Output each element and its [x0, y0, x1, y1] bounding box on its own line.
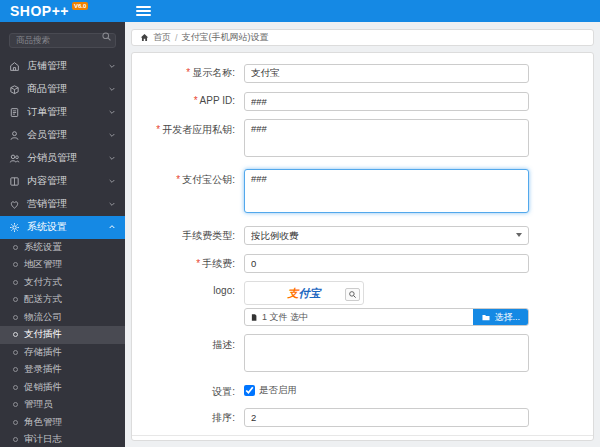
alipay-logo: 支付宝: [288, 286, 321, 301]
sidebar-item-marketing[interactable]: 营销管理: [0, 193, 125, 216]
sidebar-item-goods[interactable]: 商品管理: [0, 78, 125, 101]
submenu-item-payment-methods[interactable]: 支付方式: [0, 274, 125, 292]
chevron-down-icon: [108, 85, 116, 93]
form-row-fee: *手续费:: [132, 253, 593, 273]
app-logo-bar: SHOP++ V6.0: [0, 0, 125, 22]
form-footer: 确定 返回: [132, 435, 593, 441]
description-label: 描述:: [212, 339, 235, 350]
breadcrumb-home-link[interactable]: 首页: [153, 31, 171, 44]
sidebar-item-content[interactable]: 内容管理: [0, 170, 125, 193]
circle-bullet-icon: [13, 332, 18, 337]
app-id-label: APP ID:: [200, 95, 235, 106]
submenu-item-shipping-methods[interactable]: 配送方式: [0, 291, 125, 309]
sidebar-item-label: 商品管理: [27, 82, 67, 96]
circle-bullet-icon: [13, 297, 18, 302]
app-id-field[interactable]: [244, 92, 529, 111]
breadcrumb-current: 支付宝(手机网站)设置: [182, 31, 269, 44]
fee-type-select[interactable]: 按比例收费: [244, 226, 529, 245]
private-key-label: 开发者应用私钥:: [162, 124, 235, 135]
submenu-item-payment-plugins[interactable]: 支付插件: [0, 326, 125, 344]
required-marker: *: [196, 258, 200, 269]
sidebar-item-label: 分销员管理: [27, 151, 77, 165]
circle-bullet-icon: [13, 367, 18, 372]
alipay-settings-form: *显示名称: *APP ID: *开发者应用私钥: ### *支付宝公钥: ##…: [132, 53, 593, 427]
circle-bullet-icon: [13, 262, 18, 267]
form-row-public-key: *支付宝公钥: ###: [132, 169, 593, 217]
chevron-down-icon: [108, 62, 116, 70]
logo-label: logo:: [213, 285, 235, 296]
logo-preview: 支付宝: [244, 281, 364, 305]
submenu-item-administrators[interactable]: 管理员: [0, 396, 125, 414]
submenu-item-regions[interactable]: 地区管理: [0, 256, 125, 274]
display-name-field[interactable]: [244, 64, 529, 83]
settings-form-card: *显示名称: *APP ID: *开发者应用私钥: ### *支付宝公钥: ##…: [131, 52, 594, 441]
settings-label: 设置:: [212, 386, 235, 397]
hamburger-menu-icon[interactable]: [136, 6, 151, 16]
sidebar-item-label: 订单管理: [27, 105, 67, 119]
submenu-item-logistics-companies[interactable]: 物流公司: [0, 309, 125, 327]
submenu-item-storage-plugins[interactable]: 存储插件: [0, 344, 125, 362]
gear-icon: [9, 222, 21, 233]
sidebar: SHOP++ V6.0 店铺管理 商品管理 订单管理 会员管理 分销员管理 内容…: [0, 0, 125, 447]
public-key-field[interactable]: ###: [244, 169, 529, 213]
sidebar-item-label: 营销管理: [27, 197, 67, 211]
submenu-item-promotion-plugins[interactable]: 促销插件: [0, 379, 125, 397]
sidebar-item-system[interactable]: 系统设置: [0, 216, 125, 239]
chevron-down-icon: [108, 177, 116, 185]
sort-field[interactable]: [244, 408, 529, 427]
sidebar-item-distributors[interactable]: 分销员管理: [0, 147, 125, 170]
fee-field[interactable]: [244, 254, 529, 273]
required-marker: *: [194, 95, 198, 106]
sidebar-item-orders[interactable]: 订单管理: [0, 101, 125, 124]
breadcrumb: 首页 / 支付宝(手机网站)设置: [131, 29, 594, 46]
submenu-item-system-settings[interactable]: 系统设置: [0, 239, 125, 257]
heart-icon: [9, 199, 21, 210]
sidebar-search: [9, 29, 116, 48]
required-marker: *: [186, 67, 190, 78]
main-area: 首页 / 支付宝(手机网站)设置 *显示名称: *APP ID: *开发者应用私…: [125, 0, 600, 447]
submenu-item-roles[interactable]: 角色管理: [0, 414, 125, 432]
form-row-app-id: *APP ID:: [132, 91, 593, 111]
member-icon: [9, 130, 21, 141]
enabled-checkbox-label: 是否启用: [259, 384, 297, 397]
form-row-settings: 设置: 是否启用: [132, 384, 593, 399]
submenu-item-login-plugins[interactable]: 登录插件: [0, 361, 125, 379]
sidebar-item-members[interactable]: 会员管理: [0, 124, 125, 147]
circle-bullet-icon: [13, 315, 18, 320]
circle-bullet-icon: [13, 350, 18, 355]
choose-file-button[interactable]: 选择...: [473, 309, 528, 325]
content-area: 首页 / 支付宝(手机网站)设置 *显示名称: *APP ID: *开发者应用私…: [125, 22, 600, 447]
form-row-sort: 排序:: [132, 407, 593, 427]
chevron-down-icon: [108, 131, 116, 139]
description-field[interactable]: [244, 334, 529, 372]
circle-bullet-icon: [13, 385, 18, 390]
search-input[interactable]: [9, 33, 116, 48]
orders-icon: [9, 107, 21, 118]
version-badge: V6.0: [72, 2, 88, 10]
form-row-private-key: *开发者应用私钥: ###: [132, 119, 593, 161]
content-icon: [9, 176, 21, 187]
fee-type-label: 手续费类型:: [182, 230, 235, 241]
fee-label: 手续费:: [202, 258, 235, 269]
circle-bullet-icon: [13, 402, 18, 407]
required-marker: *: [156, 124, 160, 135]
sidebar-item-label: 店铺管理: [27, 59, 67, 73]
chevron-up-icon: [108, 223, 116, 231]
store-icon: [9, 61, 21, 72]
submenu-item-audit-logs[interactable]: 审计日志: [0, 431, 125, 447]
magnifier-icon[interactable]: [345, 288, 360, 301]
top-bar: [125, 0, 600, 22]
app-logo: SHOP++: [10, 4, 69, 18]
logo-file-input: 1 文件 选中 选择...: [244, 308, 529, 326]
enabled-checkbox[interactable]: [244, 385, 255, 396]
chevron-down-icon: [108, 108, 116, 116]
private-key-field[interactable]: ###: [244, 119, 529, 157]
breadcrumb-separator: /: [175, 33, 178, 43]
distributor-icon: [9, 153, 21, 164]
sort-label: 排序:: [212, 412, 235, 423]
sidebar-item-store[interactable]: 店铺管理: [0, 55, 125, 78]
sidebar-item-label: 会员管理: [27, 128, 67, 142]
form-row-fee-type: 手续费类型: 按比例收费: [132, 225, 593, 245]
goods-icon: [9, 84, 21, 95]
home-icon: [140, 33, 149, 42]
